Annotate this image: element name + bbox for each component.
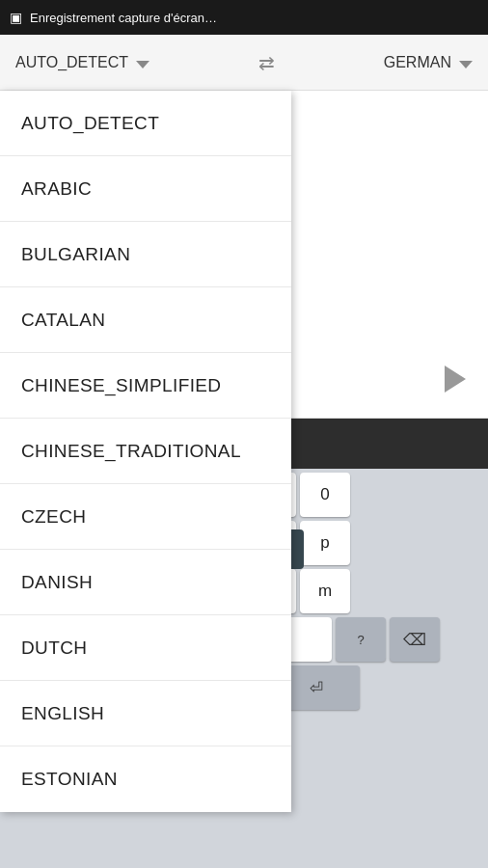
- send-icon: [445, 366, 466, 393]
- dropdown-item-arabic[interactable]: ARABIC: [0, 156, 291, 222]
- dropdown-item-czech[interactable]: CZECH: [0, 484, 291, 550]
- send-button[interactable]: [434, 360, 473, 398]
- key-p[interactable]: p: [300, 521, 350, 565]
- target-language-chevron-icon: [459, 61, 473, 68]
- status-bar-text: Enregistrement capture d'écran…: [30, 11, 217, 25]
- status-bar-icon: ▣: [10, 10, 22, 25]
- dropdown-item-dutch[interactable]: DUTCH: [0, 615, 291, 681]
- dropdown-item-bulgarian[interactable]: BULGARIAN: [0, 222, 291, 287]
- source-language-chevron-icon: [136, 61, 149, 68]
- target-language-label: GERMAN: [384, 54, 451, 71]
- language-dropdown: AUTO_DETECTARABICBULGARIANCATALANCHINESE…: [0, 91, 291, 812]
- key-backspace[interactable]: ⌫: [390, 617, 440, 662]
- target-language-selector[interactable]: GERMAN: [384, 54, 473, 71]
- key-m[interactable]: m: [300, 569, 350, 613]
- dropdown-item-estonian[interactable]: ESTONIAN: [0, 746, 291, 812]
- swap-languages-button[interactable]: ⇄: [258, 51, 275, 74]
- dropdown-item-catalan[interactable]: CATALAN: [0, 287, 291, 353]
- key-period-special[interactable]: ?: [336, 617, 386, 662]
- source-language-label: AUTO_DETECT: [15, 54, 128, 71]
- dropdown-item-chinese-simplified[interactable]: CHINESE_SIMPLIFIED: [0, 353, 291, 419]
- toolbar: AUTO_DETECT ⇄ GERMAN: [0, 35, 488, 91]
- dropdown-item-auto-detect[interactable]: AUTO_DETECT: [0, 91, 291, 156]
- dropdown-item-chinese-traditional[interactable]: CHINESE_TRADITIONAL: [0, 419, 291, 484]
- dropdown-item-english[interactable]: ENGLISH: [0, 681, 291, 746]
- dropdown-item-danish[interactable]: DANISH: [0, 550, 291, 615]
- key-0[interactable]: 0: [300, 473, 350, 517]
- status-bar: ▣ Enregistrement capture d'écran…: [0, 0, 488, 35]
- source-language-selector[interactable]: AUTO_DETECT: [15, 54, 149, 71]
